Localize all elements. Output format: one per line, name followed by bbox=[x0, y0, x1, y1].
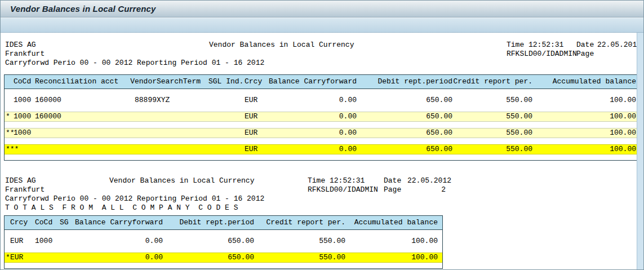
column-header-balance: Balance Carryforward bbox=[74, 216, 163, 229]
cell-sg bbox=[60, 237, 74, 246]
page-number: 2 bbox=[427, 185, 446, 194]
cell-balance: 0.00 bbox=[74, 237, 163, 246]
column-header-search: SearchTerm bbox=[157, 75, 208, 88]
date-value: 22.05.2012 bbox=[407, 176, 451, 185]
report-page-2: IDES AG Vendor Balances in Local Currenc… bbox=[4, 176, 633, 269]
header-line-1: IDES AG Vendor Balances in Local Currenc… bbox=[4, 176, 633, 185]
column-header-accum: Accumulated balance bbox=[345, 216, 438, 229]
table-row[interactable]: *1000160000EUR0.00650.00550.00100.00 bbox=[5, 112, 637, 122]
table-row[interactable]: *EUR0.00650.00550.00100.00 bbox=[5, 253, 442, 263]
header-line-3: Carryforwd Perio 00 - 00 2012 Reporting … bbox=[4, 59, 633, 68]
column-header-accum: Accumulated balance bbox=[532, 75, 636, 88]
cell-recon bbox=[35, 129, 128, 138]
cell-accum: 100.00 bbox=[345, 253, 438, 262]
table-header-row: CoCdReconciliation acctVendorSearchTermS… bbox=[5, 75, 637, 89]
cell-sgl bbox=[208, 112, 245, 121]
cell-cocd: 1000 bbox=[14, 129, 35, 138]
cell-debit: 650.00 bbox=[163, 253, 254, 262]
time-value: 12:52:31 bbox=[330, 176, 365, 185]
program-user: RFKSLD00/IDADMIN bbox=[308, 185, 378, 194]
cell-debit: 650.00 bbox=[357, 96, 452, 105]
cell-balance: 0.00 bbox=[268, 112, 357, 121]
column-header-recon: Reconciliation acct bbox=[35, 75, 128, 88]
cell-search bbox=[157, 145, 208, 154]
cell-sel: *** bbox=[6, 145, 14, 154]
header-line-3: Carryforwd Perio 00 - 00 2012 Reporting … bbox=[4, 194, 633, 203]
cell-sel: ** bbox=[6, 129, 14, 138]
time-value: 12:52:31 bbox=[528, 41, 563, 50]
cell-balance: 0.00 bbox=[268, 145, 357, 154]
column-header-vendor: Vendor bbox=[128, 75, 157, 88]
table-row[interactable]: ***EUR0.00650.00550.00100.00 bbox=[5, 144, 637, 154]
cell-credit: 550.00 bbox=[452, 129, 532, 138]
cell-crcy: EUR bbox=[10, 253, 35, 262]
table-row[interactable]: EUR10000.00650.00550.00100.00 bbox=[5, 236, 442, 246]
title-bar: Vendor Balances in Local Currency bbox=[1, 1, 643, 17]
date-label: Date bbox=[576, 41, 594, 50]
cell-sel: * bbox=[6, 253, 10, 262]
cell-cocd: 1000 bbox=[14, 112, 35, 121]
program-user: RFKSLD00/IDADMIN bbox=[507, 50, 577, 59]
cell-recon: 160000 bbox=[35, 96, 128, 105]
cell-recon: 160000 bbox=[35, 112, 128, 121]
cell-crcy: EUR bbox=[245, 112, 268, 121]
company-name: IDES AG bbox=[5, 41, 36, 50]
cell-search bbox=[157, 112, 208, 121]
cell-sgl bbox=[208, 145, 245, 154]
cell-credit: 550.00 bbox=[452, 145, 532, 154]
cell-balance: 0.00 bbox=[268, 96, 357, 105]
column-header-sg: SG bbox=[60, 216, 74, 229]
cell-crcy: EUR bbox=[245, 96, 268, 105]
cell-cocd bbox=[14, 145, 35, 154]
cell-vendor bbox=[128, 129, 157, 138]
cell-cocd bbox=[35, 253, 60, 262]
cell-accum: 100.00 bbox=[532, 112, 636, 121]
period-line: Carryforwd Perio 00 - 00 2012 Reporting … bbox=[5, 59, 264, 68]
table-header-row: CrcyCoCdSGBalance CarryforwardDebit rept… bbox=[5, 216, 442, 230]
cell-credit: 550.00 bbox=[254, 253, 345, 262]
cell-vendor bbox=[128, 112, 157, 121]
cell-credit: 550.00 bbox=[254, 237, 345, 246]
cell-search: XYZ bbox=[157, 96, 208, 105]
cell-crcy: EUR bbox=[245, 145, 268, 154]
page-title: Vendor Balances in Local Currency bbox=[10, 4, 156, 14]
table-row[interactable]: **1000EUR0.00650.00550.00100.00 bbox=[5, 128, 637, 138]
column-header-debit: Debit rept.period bbox=[163, 216, 254, 229]
cell-debit: 650.00 bbox=[357, 145, 452, 154]
city: Frankfurt bbox=[5, 185, 45, 194]
table-row[interactable]: 100016000088899XYZEUR0.00650.00550.00100… bbox=[5, 95, 637, 105]
cell-balance: 0.00 bbox=[74, 253, 163, 262]
cell-sel: * bbox=[6, 112, 14, 121]
cell-debit: 650.00 bbox=[357, 129, 452, 138]
cell-debit: 650.00 bbox=[163, 237, 254, 246]
totals-heading: T O T A L S F R O M A L L C O M P A N Y … bbox=[5, 203, 238, 213]
date-value: 22.05.2012 bbox=[597, 41, 641, 50]
toolbar-strip bbox=[1, 17, 643, 33]
company-name: IDES AG bbox=[5, 176, 36, 185]
page-label: Page bbox=[576, 50, 594, 59]
company-codes-totals-table: CrcyCoCdSGBalance CarryforwardDebit rept… bbox=[4, 215, 443, 269]
column-header-sgl: SGL Ind. bbox=[208, 75, 245, 88]
vendor-balances-table: CoCdReconciliation acctVendorSearchTermS… bbox=[4, 74, 638, 161]
cell-credit: 550.00 bbox=[452, 112, 532, 121]
totals-heading-line: T O T A L S F R O M A L L C O M P A N Y … bbox=[4, 203, 633, 213]
cell-accum: 100.00 bbox=[345, 237, 438, 246]
header-line-1: IDES AG Vendor Balances in Local Currenc… bbox=[4, 41, 633, 50]
column-header-credit: Credit report per. bbox=[254, 216, 345, 229]
cell-accum: 100.00 bbox=[532, 129, 636, 138]
time-label: Time bbox=[308, 176, 325, 185]
cell-debit: 650.00 bbox=[357, 112, 452, 121]
page-label: Page bbox=[384, 185, 401, 194]
cell-crcy: EUR bbox=[245, 129, 268, 138]
column-header-credit: Credit report per. bbox=[452, 75, 532, 88]
cell-sg bbox=[60, 253, 74, 262]
report-title: Vendor Balances in Local Currency bbox=[109, 176, 254, 185]
application-window: Vendor Balances in Local Currency IDES A… bbox=[0, 0, 644, 270]
header-line-2: Frankfurt RFKSLD00/IDADMIN Page 1 bbox=[4, 50, 633, 59]
vertical-scrollbar[interactable] bbox=[637, 33, 643, 269]
time-label: Time bbox=[507, 41, 524, 50]
report-list: IDES AG Vendor Balances in Local Currenc… bbox=[1, 33, 643, 269]
cell-search bbox=[157, 129, 208, 138]
header-line-2: Frankfurt RFKSLD00/IDADMIN Page 2 bbox=[4, 185, 633, 194]
column-header-balance: Balance Carryforward bbox=[268, 75, 357, 88]
